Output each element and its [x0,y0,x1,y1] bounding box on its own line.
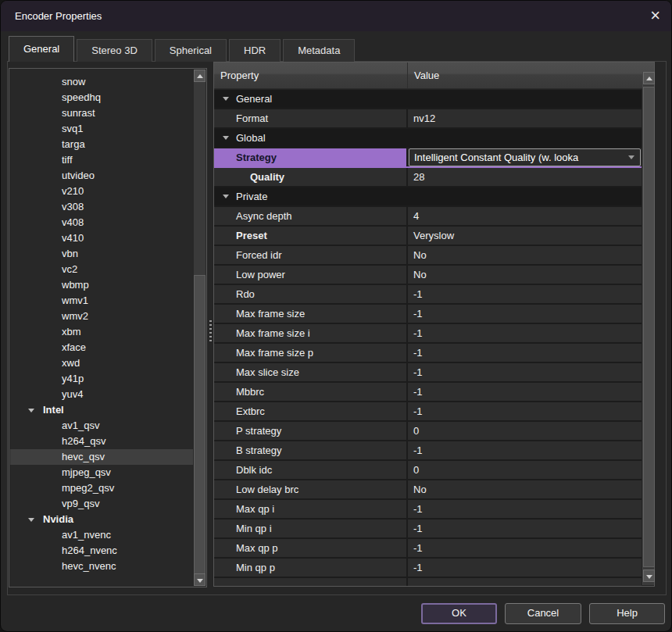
value-cell[interactable]: -1 [408,383,642,401]
value-cell[interactable]: No [408,266,642,284]
scroll-down-button[interactable] [643,570,655,582]
encoder-item-hevc-qsv[interactable]: hevc_qsv [10,449,193,465]
group-row-general[interactable]: General [214,90,642,109]
encoder-group-intel[interactable]: Intel [10,402,193,418]
value-cell[interactable]: -1 [408,305,642,323]
encoder-item-wbmp[interactable]: wbmp [10,277,193,293]
properties-table[interactable]: Property Value GeneralFormatnv12GlobalSt… [213,62,655,587]
collapse-icon[interactable] [223,195,229,198]
value-cell[interactable]: -1 [408,539,642,557]
encoder-item-wmv1[interactable]: wmv1 [10,293,193,309]
splitter-handle[interactable] [208,320,213,345]
value-cell[interactable]: No [408,480,642,498]
scroll-up-button[interactable] [194,70,206,82]
property-row-b-strategy[interactable]: B strategy-1 [214,441,642,461]
value-cell[interactable]: -1 [408,441,642,459]
property-row-mbbrc[interactable]: Mbbrc-1 [214,383,642,402]
tab-metadata[interactable]: Metadata [283,39,355,62]
titlebar[interactable]: Encoder Properties × [1,1,671,31]
tab-hdr[interactable]: HDR [229,39,281,62]
value-cell[interactable]: -1 [408,285,642,303]
value-cell[interactable]: -1 [408,363,642,381]
encoder-item-vp9-qsv[interactable]: vp9_qsv [10,496,193,512]
collapse-icon[interactable] [223,136,229,140]
property-row-rdo[interactable]: Rdo-1 [214,285,642,305]
encoder-group-nvidia[interactable]: Nvidia [10,512,193,527]
encoder-item-av1-qsv[interactable]: av1_qsv [10,418,193,434]
tab-general[interactable]: General [9,36,74,62]
scroll-down-button[interactable] [194,573,206,586]
group-row-global[interactable]: Global [214,129,642,148]
property-row-max-frame-size[interactable]: Max frame size-1 [214,305,642,324]
column-header-value[interactable]: Value [408,62,654,88]
property-row-forced-idr[interactable]: Forced idrNo [214,246,642,266]
value-cell[interactable]: -1 [408,324,642,342]
property-row-low-power[interactable]: Low powerNo [214,266,642,285]
collapse-icon[interactable] [223,97,229,101]
value-cell[interactable]: -1 [408,344,642,362]
value-cell[interactable]: -1 [408,402,642,420]
property-row-max-slice-size[interactable]: Max slice size-1 [214,363,642,383]
property-row-extbrc[interactable]: Extbrc-1 [214,402,642,422]
value-cell[interactable]: Intelligent Constant Quality (w. looka [408,148,642,166]
property-row-low-delay-brc[interactable]: Low delay brcNo [214,480,642,500]
value-cell[interactable]: Veryslow [408,227,642,245]
property-row-p-strategy[interactable]: P strategy0 [214,422,642,441]
encoder-item-mpeg2-qsv[interactable]: mpeg2_qsv [10,480,193,496]
property-row-max-frame-size-p[interactable]: Max frame size p-1 [214,344,642,363]
property-row-max-qp-p[interactable]: Max qp p-1 [214,539,642,559]
encoder-item-xbm[interactable]: xbm [10,324,193,340]
encoder-item-h264-qsv[interactable]: h264_qsv [10,434,193,449]
property-row-dblk-idc[interactable]: Dblk idc0 [214,461,642,480]
scrollbar-thumb[interactable] [194,275,206,574]
encoder-item-xwd[interactable]: xwd [10,355,193,371]
value-cell[interactable]: -1 [408,500,642,518]
encoder-item-targa[interactable]: targa [10,137,193,152]
table-scrollbar[interactable] [642,72,654,585]
strategy-combobox[interactable]: Intelligent Constant Quality (w. looka [409,148,641,166]
encoder-item-v308[interactable]: v308 [10,199,193,215]
property-row-min-qp-i[interactable]: Min qp i-1 [214,520,642,539]
encoder-item-svq1[interactable]: svq1 [10,121,193,137]
encoder-item-v408[interactable]: v408 [10,215,193,230]
ok-button[interactable]: OK [421,603,497,624]
value-cell[interactable]: -1 [408,520,642,537]
close-icon[interactable]: × [650,1,660,30]
encoder-item-av1-nvenc[interactable]: av1_nvenc [10,527,193,543]
encoder-item-hevc-nvenc[interactable]: hevc_nvenc [10,559,193,574]
column-header-property[interactable]: Property [214,62,408,88]
encoder-item-snow[interactable]: snow [10,74,193,90]
property-row-quality[interactable]: Quality28 [214,168,642,187]
value-cell[interactable]: 0 [408,461,642,479]
scrollbar-thumb[interactable] [643,87,655,567]
property-row-min-qp-p[interactable]: Min qp p-1 [214,559,642,578]
cancel-button[interactable]: Cancel [505,603,581,624]
value-cell[interactable]: nv12 [408,109,642,127]
tab-spherical[interactable]: Spherical [155,39,227,62]
encoder-item-h264-nvenc[interactable]: h264_nvenc [10,543,193,559]
encoder-item-sunrast[interactable]: sunrast [10,105,193,121]
encoder-item-v410[interactable]: v410 [10,230,193,246]
value-cell[interactable]: 28 [408,168,642,186]
encoder-item-utvideo[interactable]: utvideo [10,168,193,184]
encoder-item-yuv4[interactable]: yuv4 [10,387,193,402]
encoder-item-v210[interactable]: v210 [10,184,193,199]
scroll-up-button[interactable] [643,72,655,84]
combo-dropdown-button[interactable] [623,149,640,166]
value-cell[interactable]: 4 [408,207,642,225]
encoder-item-y41p[interactable]: y41p [10,371,193,387]
encoder-item-speedhq[interactable]: speedhq [10,90,193,105]
encoder-item-vc2[interactable]: vc2 [10,262,193,277]
property-row-preset[interactable]: PresetVeryslow [214,227,642,246]
collapse-icon[interactable] [28,409,34,412]
property-row-max-frame-size-i[interactable]: Max frame size i-1 [214,324,642,344]
property-row-strategy[interactable]: StrategyIntelligent Constant Quality (w.… [214,148,642,168]
encoder-item-tiff[interactable]: tiff [10,152,193,168]
encoder-list-scrollbar[interactable] [194,70,206,586]
collapse-icon[interactable] [28,518,34,522]
value-cell[interactable]: -1 [408,559,642,577]
property-row-max-qp-i[interactable]: Max qp i-1 [214,500,642,520]
encoder-item-xface[interactable]: xface [10,340,193,355]
encoder-item-wmv2[interactable]: wmv2 [10,309,193,324]
encoder-item-vbn[interactable]: vbn [10,246,193,262]
